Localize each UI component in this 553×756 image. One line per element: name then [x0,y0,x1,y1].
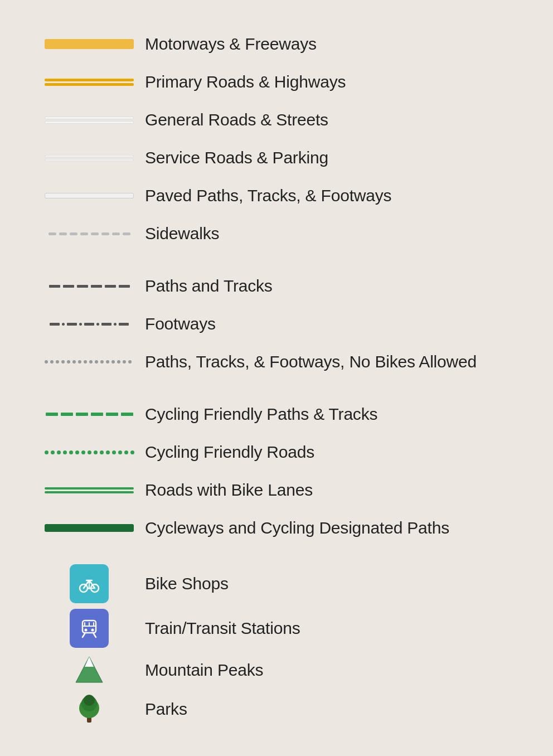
svg-line-14 [93,633,96,637]
cycling-roads-symbol [33,450,145,454]
bike-shops-item: Bike Shops [33,564,520,603]
paths-dash-icon [49,285,130,288]
transit-symbol [33,609,145,648]
bike-lanes-label: Roads with Bike Lanes [145,481,313,500]
cycling-paths-item: Cycling Friendly Paths & Tracks [33,398,520,430]
transit-item: Train/Transit Stations [33,609,520,648]
cycleways-item: Cycleways and Cycling Designated Paths [33,512,520,544]
no-bikes-item: Paths, Tracks, & Footways, No Bikes Allo… [33,346,520,378]
service-item: Service Roads & Parking [33,142,520,174]
pois-section: Bike Shops Train/Transit Stations [33,564,520,726]
bike-lane-bottom [45,491,134,493]
bike-lane-top [45,487,134,490]
roads-section: Motorways & Freeways Primary Roads & Hig… [33,28,520,250]
bike-lanes-double-line [45,487,134,493]
mountains-item: Mountain Peaks [33,653,520,687]
cycling-paths-dash-icon [46,413,133,416]
parks-item: Parks [33,692,520,726]
bike-lanes-symbol [33,487,145,493]
service-label: Service Roads & Parking [145,148,328,167]
svg-marker-19 [85,657,94,667]
transit-icon-bg [70,609,109,648]
cycling-paths-label: Cycling Friendly Paths & Tracks [145,405,377,424]
general-item: General Roads & Streets [33,104,520,136]
paved-line-icon [45,193,134,198]
primary-line-top [45,79,134,81]
no-bikes-label: Paths, Tracks, & Footways, No Bikes Allo… [145,352,477,371]
cycling-paths-symbol [33,413,145,416]
svg-point-23 [84,695,95,706]
bike-shops-label: Bike Shops [145,574,229,593]
cycleway-line-icon [45,524,134,532]
mountain-icon [72,653,106,687]
svg-line-13 [83,633,85,637]
bike-shop-icon [77,571,101,596]
paths-tracks-item: Paths and Tracks [33,270,520,302]
paths-tracks-label: Paths and Tracks [145,277,273,295]
primary-line-bottom [45,83,134,86]
primary-symbol [33,79,145,86]
motorways-item: Motorways & Freeways [33,28,520,60]
sidewalk-symbol [33,232,145,235]
service-symbol [33,155,145,161]
svg-point-11 [85,629,88,632]
parks-icon [72,692,106,726]
paved-symbol [33,193,145,198]
footways-item: Footways [33,308,520,340]
motorways-label: Motorways & Freeways [145,35,317,54]
paved-label: Paved Paths, Tracks, & Footways [145,186,391,205]
bike-lanes-item: Roads with Bike Lanes [33,474,520,506]
transit-label: Train/Transit Stations [145,619,300,638]
general-line-bottom [45,121,134,124]
transit-icon [77,616,101,641]
svg-point-12 [91,629,94,632]
cycling-roads-dots-icon [45,450,134,454]
cycleways-label: Cycleways and Cycling Designated Paths [145,518,449,537]
paths-section: Paths and Tracks Footways [33,270,520,378]
service-line-top [45,155,134,157]
cycling-roads-label: Cycling Friendly Roads [145,443,314,462]
general-symbol [33,117,145,124]
cycling-section: Cycling Friendly Paths & Tracks [33,398,520,544]
primary-item: Primary Roads & Highways [33,66,520,98]
primary-label: Primary Roads & Highways [145,72,346,91]
parks-label: Parks [145,700,187,719]
footways-symbol [33,323,145,326]
service-double-line [45,155,134,161]
no-bikes-symbol [33,360,145,364]
footways-label: Footways [145,314,216,333]
bike-shops-symbol [33,564,145,603]
svg-point-8 [88,587,90,589]
general-label: General Roads & Streets [145,110,328,129]
general-double-line [45,117,134,124]
paved-item: Paved Paths, Tracks, & Footways [33,180,520,212]
cycleways-symbol [33,524,145,532]
cycling-roads-item: Cycling Friendly Roads [33,436,520,468]
motorways-symbol [33,39,145,49]
parks-symbol [33,692,145,726]
footways-dash-icon [50,323,129,326]
mountains-label: Mountain Peaks [145,661,263,680]
primary-double-line [45,79,134,86]
paths-tracks-symbol [33,285,145,288]
sidewalk-item: Sidewalks [33,217,520,250]
mountains-symbol [33,653,145,687]
service-line-bottom [45,159,134,161]
no-bikes-dots-icon [45,360,134,364]
sidewalk-label: Sidewalks [145,224,219,243]
sidewalk-dash-icon [48,232,130,235]
motorway-line-icon [45,39,134,49]
bike-shop-icon-bg [70,564,109,603]
general-line-top [45,117,134,119]
